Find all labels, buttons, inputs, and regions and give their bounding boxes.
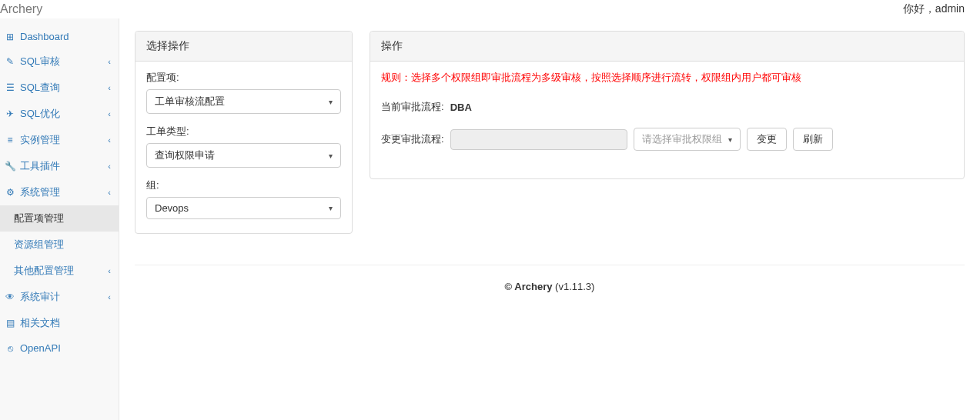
database-icon: ≡ (5, 135, 15, 145)
select-value: 查询权限申请 (155, 148, 215, 162)
footer-brand: © Archery (505, 281, 553, 292)
nav-dashboard[interactable]: ⊞ Dashboard (0, 25, 119, 48)
nav-system-audit[interactable]: 👁 系统审计 ‹ (0, 284, 119, 310)
config-item-label: 配置项: (146, 71, 341, 85)
nav-sql-review[interactable]: ✎ SQL审核 ‹ (0, 48, 119, 75)
chevron-left-icon: ‹ (108, 57, 111, 66)
nav-label: SQL优化 (20, 107, 60, 121)
operation-panel: 操作 规则：选择多个权限组即审批流程为多级审核，按照选择顺序进行流转，权限组内用… (370, 31, 965, 179)
nav-sql-query[interactable]: ☰ SQL查询 ‹ (0, 75, 119, 101)
nav-label: 系统管理 (20, 185, 60, 199)
chevron-left-icon: ‹ (108, 188, 111, 197)
sidebar: ⊞ Dashboard ✎ SQL审核 ‹ ☰ SQL查询 ‹ ✈ SQL优化 … (0, 18, 119, 420)
subnav-label: 其他配置管理 (14, 264, 74, 278)
caret-down-icon: ▾ (329, 204, 333, 212)
change-button[interactable]: 变更 (747, 128, 787, 151)
current-flow-value: DBA (450, 102, 472, 113)
nav-openapi[interactable]: ⎋ OpenAPI (0, 336, 119, 360)
footer-version: (v1.11.3) (552, 281, 594, 292)
rule-text: 规则：选择多个权限组即审批流程为多级审核，按照选择顺序进行流转，权限组内用户都可… (381, 71, 953, 85)
group-label: 组: (146, 178, 341, 192)
change-flow-label: 变更审批流程: (381, 132, 444, 146)
chevron-left-icon: ‹ (108, 135, 111, 145)
wrench-icon: 🔧 (5, 161, 15, 172)
nav-tools[interactable]: 🔧 工具插件 ‹ (0, 153, 119, 179)
select-value: Devops (155, 202, 189, 214)
nav-label: 相关文档 (20, 316, 60, 330)
nav-instance-manage[interactable]: ≡ 实例管理 ‹ (0, 127, 119, 153)
footer: © Archery (v1.11.3) (135, 265, 965, 308)
chevron-left-icon: ‹ (108, 109, 111, 118)
auth-group-select[interactable]: 请选择审批权限组 ▾ (634, 128, 741, 151)
greeting-text[interactable]: 你好，admin (903, 2, 965, 16)
nav-sql-optimize[interactable]: ✈ SQL优化 ‹ (0, 101, 119, 127)
select-placeholder: 请选择审批权限组 (642, 132, 722, 146)
workorder-type-select[interactable]: 查询权限申请 ▾ (146, 143, 341, 168)
group-select[interactable]: Devops ▾ (146, 197, 341, 219)
caret-down-icon: ▾ (728, 135, 732, 144)
brand-title: Archery (0, 2, 42, 16)
refresh-button[interactable]: 刷新 (793, 128, 833, 151)
nav-label: 实例管理 (20, 133, 60, 147)
api-icon: ⎋ (5, 343, 15, 354)
pencil-icon: ✎ (5, 56, 15, 67)
main-content: 选择操作 配置项: 工单审核流配置 ▾ 工单类型: 查询权限申请 ▾ 组: De… (119, 18, 980, 420)
change-flow-input[interactable] (450, 129, 627, 150)
workorder-type-label: 工单类型: (146, 125, 341, 138)
caret-down-icon: ▾ (329, 98, 333, 106)
nav-label: 工具插件 (20, 159, 60, 173)
subnav-resource-group[interactable]: 资源组管理 (0, 232, 119, 258)
config-item-select[interactable]: 工单审核流配置 ▾ (146, 89, 341, 114)
chevron-left-icon: ‹ (108, 162, 111, 171)
nav-label: 系统审计 (20, 290, 60, 304)
subnav-other-config[interactable]: 其他配置管理 ‹ (0, 258, 119, 284)
nav-system-manage[interactable]: ⚙ 系统管理 ‹ (0, 179, 119, 205)
list-icon: ☰ (5, 82, 15, 93)
cogs-icon: ⚙ (5, 187, 15, 198)
caret-down-icon: ▾ (329, 152, 333, 160)
nav-label: SQL查询 (20, 81, 60, 95)
nav-label: SQL审核 (20, 55, 60, 68)
nav-label: Dashboard (20, 31, 69, 42)
chevron-left-icon: ‹ (108, 266, 111, 275)
chevron-left-icon: ‹ (108, 83, 111, 92)
dashboard-icon: ⊞ (5, 32, 15, 42)
eye-icon: 👁 (5, 292, 15, 302)
nav-label: OpenAPI (20, 342, 61, 354)
subnav-config-manage[interactable]: 配置项管理 (0, 205, 119, 232)
select-value: 工单审核流配置 (155, 95, 225, 108)
rocket-icon: ✈ (5, 108, 15, 119)
current-flow-label: 当前审批流程: (381, 100, 444, 114)
select-operation-panel: 选择操作 配置项: 工单审核流配置 ▾ 工单类型: 查询权限申请 ▾ 组: De… (135, 31, 353, 234)
book-icon: ▤ (5, 318, 15, 328)
chevron-left-icon: ‹ (108, 292, 111, 302)
nav-docs[interactable]: ▤ 相关文档 (0, 310, 119, 336)
panel-heading: 操作 (370, 32, 964, 62)
panel-heading: 选择操作 (135, 32, 352, 62)
